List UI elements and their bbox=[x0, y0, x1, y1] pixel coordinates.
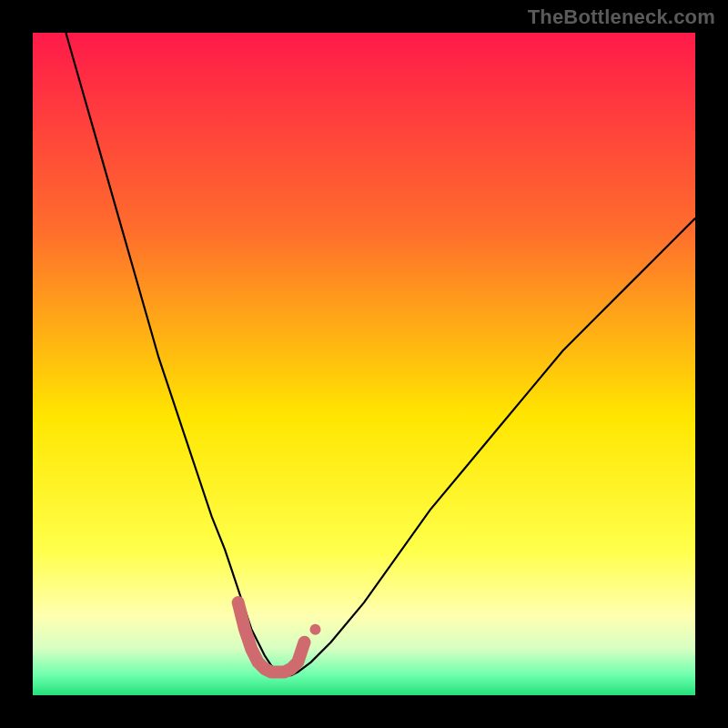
marker-group bbox=[238, 602, 321, 672]
watermark-text: TheBottleneck.com bbox=[528, 5, 715, 29]
marker-path bbox=[238, 602, 305, 672]
curve-layer bbox=[33, 33, 695, 695]
plot-area bbox=[33, 33, 695, 695]
marker-dot bbox=[309, 624, 320, 635]
chart-stage: TheBottleneck.com bbox=[0, 0, 728, 728]
bottleneck-curve bbox=[66, 33, 695, 675]
